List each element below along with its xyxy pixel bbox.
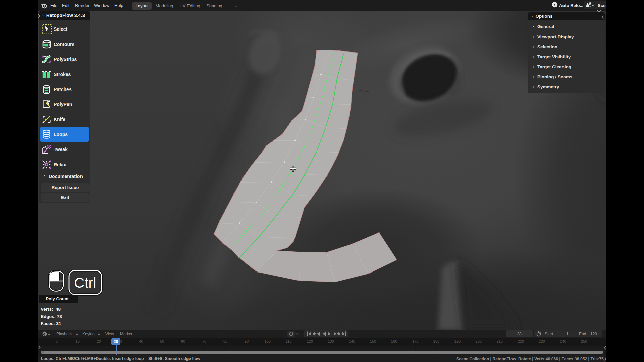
svg-text:Ctrl: Ctrl <box>74 275 96 291</box>
